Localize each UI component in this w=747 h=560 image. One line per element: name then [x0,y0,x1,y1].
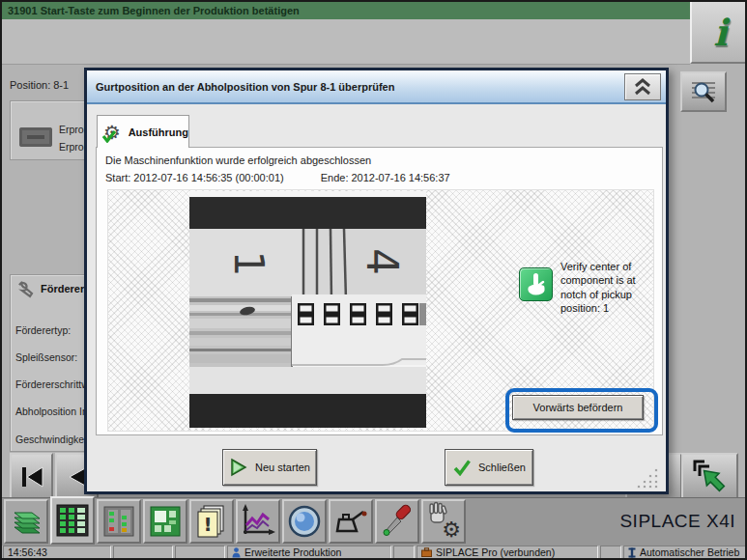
taskbar-vision-camera-button[interactable] [282,499,327,544]
first-icon [19,465,44,489]
taskbar-production-boards-button[interactable] [4,499,48,544]
status-bar: 14:56:43 Erweiterte Produktion SIPLACE P… [2,546,747,559]
nav-first-button[interactable] [10,453,53,500]
error-messages-icon: ! [192,502,231,541]
status-empty-1 [113,546,173,559]
component-icon [19,127,52,147]
position-label: Position: 8-1 [10,79,69,91]
green-arrow-multi-icon [691,458,730,496]
taskbar-statistics-button[interactable] [236,499,280,544]
status-time-text: 14:56:43 [8,546,47,558]
status-empty-3 [393,546,415,559]
taskbar-manual-setup-button[interactable]: ⚙ [421,499,466,544]
camera-marking-4: 4 [358,248,407,275]
tab-ausfuehrung[interactable]: ⚙ Ausführung [97,115,189,148]
taskbar-feeder-table-button[interactable] [50,496,95,545]
start-time: Start: 2012-07-16 14:56:35 (00:00:01) [105,172,284,183]
feeder-label-step: Fördererschrittw [15,378,89,390]
svg-text:⚙: ⚙ [442,518,461,542]
status-empty-2 [175,546,225,559]
wrench-icon [16,281,36,298]
camera-marking-1: 1 [225,251,273,277]
taskbar-service-tools-button[interactable] [375,499,419,544]
vision-camera-icon [285,502,324,541]
status-time: 14:56:43 [3,546,111,559]
time-row: Start: 2012-07-16 14:56:35 (00:00:01) En… [105,172,450,183]
info-button[interactable]: i [690,2,747,64]
component-status-icon [100,502,138,541]
oil-can-icon [331,502,370,541]
svg-text:!: ! [203,513,212,536]
end-time: Ende: 2012-07-16 14:56:37 [321,172,450,183]
magnifier-document-icon [689,79,718,104]
pcb-stack-icon [7,502,45,541]
connection-icon [421,547,432,557]
feeder-label-type: Förderertyp: [15,324,71,336]
check-overlay-icon [101,129,117,143]
taskbar-oil-maintenance-button[interactable] [329,499,373,544]
status-machine-mode: Automatischer Betrieb [623,546,747,559]
tab-label: Ausführung [129,126,188,138]
forward-button[interactable]: Vorwärts befördern [512,395,644,420]
play-icon [229,458,248,477]
machine-message-text: 31901 Start-Taste zum Beginnen der Produ… [8,5,300,16]
status-connection: SIPLACE Pro (verbunden) [417,546,598,559]
dialog-gurtposition: Gurtposition an der Abholposition von Sp… [84,68,669,494]
screwdriver-icon [378,502,417,541]
instruction-text: Verify center of component is at notch o… [560,260,659,315]
dialog-title: Gurtposition an der Abholposition von Sp… [87,81,394,93]
feeder-label-pickup: Abholposition Im [15,406,91,417]
dialog-content-panel: Die Maschinenfunktion wurde erfolgreich … [96,147,663,435]
result-text: Die Maschinenfunktion wurde erfolgreich … [105,154,371,166]
feeder-table-icon [53,501,92,540]
screen: 31901 Start-Taste zum Beginnen der Produ… [0,0,747,560]
taskbar-component-status-button[interactable] [97,499,141,544]
dialog-collapse-button[interactable] [624,73,661,100]
resize-grip[interactable] [635,467,660,489]
restart-button[interactable]: Neu starten [222,449,317,486]
user-icon [232,547,241,558]
info-icon: i [713,11,727,54]
statistics-icon [239,502,277,541]
chevron-double-up-icon [631,77,654,97]
check-icon [452,459,472,476]
dialog-titlebar: Gurtposition an der Abholposition von Sp… [87,70,666,104]
status-user-mode-text: Erweiterte Produktion [244,546,341,558]
status-empty-4 [600,546,621,559]
feeder-label-splice: Spleißsensor: [15,351,77,363]
hand-gear-icon: ⚙ [423,501,464,542]
feeder-panel-title: Förderer [41,283,84,294]
close-button-label: Schließen [478,462,526,473]
restart-button-label: Neu starten [255,462,310,473]
gear-check-icon: ⚙ [103,122,124,143]
jump-multi-button[interactable] [681,453,738,501]
machine-message-bar: 31901 Start-Taste zum Beginnen der Produ… [2,2,690,19]
header-strip [2,19,690,65]
taskbar-error-messages-button[interactable]: ! [189,499,234,544]
close-button[interactable]: Schließen [445,449,533,486]
attention-hand-icon [519,267,553,301]
pcb-layout-icon [146,502,185,541]
status-user-mode: Erweiterte Produktion [227,546,391,559]
feeder-camera-image: 1 4 [189,191,426,428]
camera-stage: 1 4 [107,189,654,432]
auto-mode-icon [628,547,636,558]
status-machine-mode-text: Automatischer Betrieb [640,546,739,558]
brand-label: SIPLACE X4I [619,511,735,532]
status-connection-text: SIPLACE Pro (verbunden) [436,546,555,558]
feeder-label-speed: Geschwindigkeit [15,434,89,445]
zoom-preview-button[interactable] [680,71,727,112]
taskbar-pcb-layout-button[interactable] [143,499,187,544]
